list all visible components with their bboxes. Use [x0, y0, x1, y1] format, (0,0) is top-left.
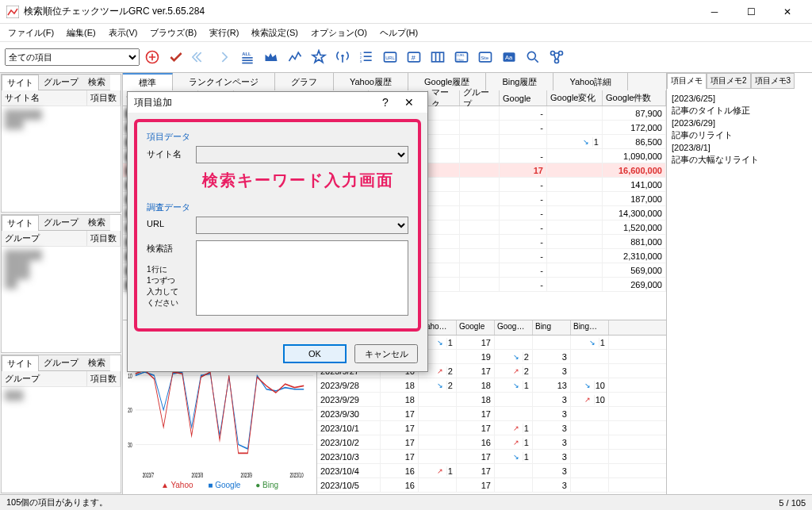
side3-tab-group[interactable]: グループ: [39, 355, 83, 371]
history-row[interactable]: 2023/9/3017173: [317, 407, 666, 421]
network-icon[interactable]: [546, 46, 568, 68]
cancel-button[interactable]: キャンセル: [354, 344, 418, 363]
hcol-bing[interactable]: Bing: [533, 320, 571, 335]
tab-graph[interactable]: グラフ: [275, 73, 334, 90]
toolbar: 全ての項目 ALL 123 URL # 1URL1Site Site Aa: [0, 41, 812, 73]
menu-file[interactable]: ファイル(F): [3, 25, 59, 40]
window-title: 検索順位チェックツールGRC ver.5.65.284: [24, 5, 696, 18]
columns-icon[interactable]: [427, 46, 449, 68]
tab-yahoo-hist[interactable]: Yahoo履歴: [334, 73, 408, 90]
history-row[interactable]: 2023/9/2918183↗10: [317, 393, 666, 407]
history-row[interactable]: 2023/10/516173: [317, 478, 666, 493]
col-google-change[interactable]: Google変化: [547, 90, 603, 105]
side2-tab-search[interactable]: 検索: [83, 215, 110, 231]
dialog-title: 項目追加: [134, 96, 373, 109]
menu-options[interactable]: オプション(O): [306, 25, 372, 40]
svg-text:2023/9: 2023/9: [241, 471, 252, 478]
col-google-count[interactable]: Google件数: [603, 90, 666, 105]
status-right: 5 / 105: [779, 498, 806, 508]
col-google[interactable]: Google: [500, 90, 547, 105]
check-icon[interactable]: [165, 46, 187, 68]
history-row[interactable]: 2023/9/2818↘218↘113↘10: [317, 378, 666, 393]
memo-body[interactable]: [2023/6/25]記事のタイトル修正[2023/6/29]記事のリライト[2…: [667, 89, 812, 172]
history-row[interactable]: 2023/10/416↗1173: [317, 464, 666, 478]
star-icon[interactable]: [308, 46, 330, 68]
menu-view[interactable]: 表示(V): [104, 25, 143, 40]
svg-point-25: [527, 52, 535, 59]
all-list-icon[interactable]: ALL: [236, 46, 259, 68]
menu-edit[interactable]: 編集(E): [62, 25, 101, 40]
tab-yahoo-det[interactable]: Yahoo詳細: [553, 73, 628, 90]
ok-button[interactable]: OK: [283, 344, 347, 363]
hash-icon[interactable]: #: [403, 46, 425, 68]
history-row[interactable]: 2023/10/21716↗13: [317, 435, 666, 450]
svg-text:1URL: 1URL: [456, 53, 465, 57]
filter-dropdown[interactable]: 全ての項目: [5, 48, 140, 66]
side3-col-group[interactable]: グループ: [2, 371, 87, 386]
hcol-google-ch[interactable]: Goog…: [495, 320, 533, 335]
tab-standard[interactable]: 標準: [123, 73, 173, 90]
svg-text:Site: Site: [481, 56, 488, 60]
side2-col-group[interactable]: グループ: [2, 231, 87, 246]
side-list-body[interactable]: █████████: [2, 106, 121, 212]
1url-icon[interactable]: 1URL1Site: [450, 46, 473, 68]
crown-icon[interactable]: [260, 46, 282, 68]
side-col-sitename[interactable]: サイト名: [2, 90, 87, 105]
magnify-icon[interactable]: [522, 46, 544, 68]
side3-list-body[interactable]: ███: [2, 387, 121, 493]
svg-text:2023/7: 2023/7: [143, 471, 154, 478]
aa-icon[interactable]: Aa: [498, 46, 520, 68]
numlist-icon[interactable]: 123: [355, 46, 377, 68]
side2-col-count[interactable]: 項目数: [87, 231, 121, 246]
side2-list-body[interactable]: ████████████████: [2, 247, 121, 352]
label-hint: 1行に 1つずつ 入力して ください: [147, 265, 178, 307]
history-row[interactable]: 2023/10/31717↘13: [317, 450, 666, 464]
minimize-button[interactable]: ─: [696, 0, 733, 24]
antenna-icon[interactable]: [331, 46, 354, 68]
svg-rect-10: [364, 52, 372, 53]
side3-tab-search[interactable]: 検索: [83, 355, 110, 371]
svg-text:#: #: [412, 54, 416, 62]
hcol-google[interactable]: Google: [457, 320, 495, 335]
side-col-count[interactable]: 項目数: [87, 90, 121, 105]
side-tab-site[interactable]: サイト: [2, 75, 39, 90]
menu-run[interactable]: 実行(R): [205, 25, 243, 40]
side2-tab-site[interactable]: サイト: [2, 215, 39, 231]
add-item-dialog: 項目追加 ? ✕ 項目データ サイト名 検索キーワード入力画面 調査データ UR…: [127, 91, 428, 372]
hcol-bing-ch[interactable]: Bing…: [571, 320, 609, 335]
side-tab-group[interactable]: グループ: [39, 75, 83, 90]
maximize-button[interactable]: ☐: [733, 0, 769, 24]
side3-tab-site[interactable]: サイト: [2, 355, 39, 371]
app-icon: [6, 6, 19, 18]
chart-legend: ▲ Yahoo ■ Google ● Bing: [126, 479, 313, 491]
side3-col-count[interactable]: 項目数: [87, 371, 121, 386]
url-icon[interactable]: URL: [379, 46, 401, 68]
dialog-close-icon[interactable]: ✕: [397, 96, 421, 109]
side2-tab-group[interactable]: グループ: [39, 215, 83, 231]
history-row[interactable]: 2023/10/11717↗13: [317, 421, 666, 435]
svg-rect-4: [242, 59, 252, 61]
input-keywords[interactable]: [196, 240, 408, 316]
col-mark[interactable]: マーク: [428, 90, 460, 105]
prev-icon[interactable]: [189, 46, 211, 68]
side-tab-search[interactable]: 検索: [83, 75, 110, 90]
input-sitename[interactable]: [196, 146, 408, 163]
tab-rankin[interactable]: ランクインページ: [173, 73, 275, 90]
memo-tab-1[interactable]: 項目メモ: [667, 73, 707, 89]
annotation-text: 検索キーワード入力画面: [202, 170, 408, 191]
window-titlebar: 検索順位チェックツールGRC ver.5.65.284 ─ ☐ ✕: [0, 0, 812, 24]
dialog-help-icon[interactable]: ?: [373, 96, 397, 109]
input-url[interactable]: [196, 217, 408, 234]
chart-icon[interactable]: [284, 46, 306, 68]
next-icon[interactable]: [213, 46, 235, 68]
menu-browse[interactable]: ブラウズ(B): [145, 25, 201, 40]
memo-tab-2[interactable]: 項目メモ2: [707, 73, 751, 89]
menu-help[interactable]: ヘルプ(H): [375, 25, 423, 40]
tab-bing-hist[interactable]: Bing履歴: [486, 73, 553, 90]
site-icon[interactable]: Site: [474, 46, 496, 68]
col-group[interactable]: グループ: [460, 90, 500, 105]
menu-search-settings[interactable]: 検索設定(S): [247, 25, 303, 40]
close-button[interactable]: ✕: [769, 0, 806, 24]
add-item-icon[interactable]: [141, 46, 163, 68]
memo-tab-3[interactable]: 項目メモ3: [751, 73, 795, 89]
